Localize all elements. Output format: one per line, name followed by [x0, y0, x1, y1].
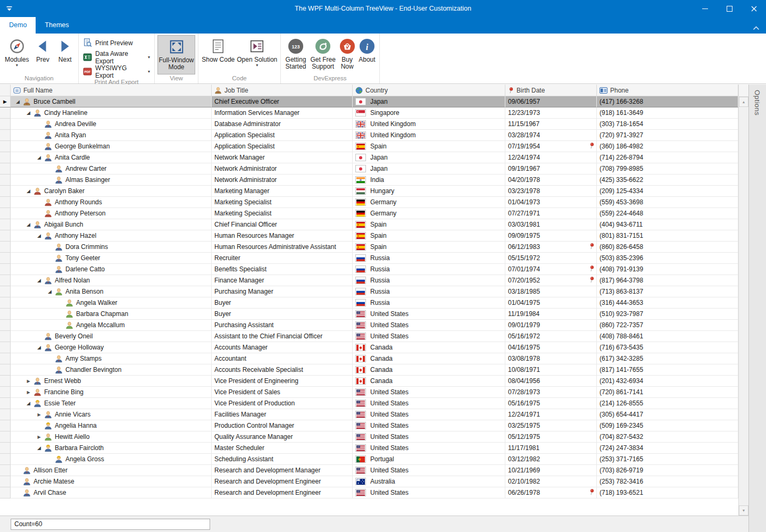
tree-row[interactable]: ▶ Francine BingVice President of SalesUn… — [0, 387, 738, 398]
collapse-node-glyph[interactable]: ◢ — [45, 289, 55, 294]
collapse-node-glyph[interactable]: ◢ — [23, 188, 34, 194]
job-title-cell: Assistant to the Chief Financial Officer — [212, 331, 353, 342]
country-cell: United States — [353, 420, 505, 431]
country-cell: India — [353, 174, 505, 186]
flag-icon — [355, 277, 366, 284]
expand-node-glyph[interactable]: ▶ — [23, 390, 34, 395]
tree-row[interactable]: Angela MccallumPurchasing AssistantUnite… — [0, 320, 738, 331]
tree-row[interactable]: Arvil ChaseResearch and Development Engi… — [0, 487, 738, 498]
collapse-node-glyph[interactable]: ◢ — [34, 278, 44, 283]
scroll-down-button[interactable]: ▼ — [739, 505, 748, 516]
tree-row[interactable]: ◢ George HollowayAccounts ManagerCanada0… — [0, 342, 738, 353]
person-blue-icon — [44, 332, 52, 340]
minimize-button[interactable] — [693, 0, 717, 17]
tree-row[interactable]: Angela WalkerBuyerRussia01/04/1975(316) … — [0, 297, 738, 309]
tree-row[interactable]: George BunkelmanApplication SpecialistSp… — [0, 141, 738, 152]
tree-row[interactable]: ◢ Barbara FairclothMaster SchedulerUnite… — [0, 443, 738, 454]
tree-row[interactable]: Anthony RoundsMarketing SpecialistGerman… — [0, 197, 738, 208]
country-cell: Canada — [353, 364, 505, 376]
phone-cell: (417) 166-3268 — [597, 96, 738, 107]
column-header-country[interactable]: Country — [353, 85, 505, 96]
country-cell: Australia — [353, 476, 505, 487]
tree-row[interactable]: ◢ Anthony HazelHuman Resources ManagerSp… — [0, 230, 738, 242]
data-aware-export-button[interactable]: Data Aware Export▾ — [81, 51, 152, 64]
prev-button[interactable]: Prev — [32, 35, 54, 74]
getting-started-button[interactable]: 123 Getting Started — [284, 35, 308, 74]
employee-name: Barbara Faircloth — [55, 444, 104, 452]
show-code-button[interactable]: Show Code — [201, 35, 236, 74]
employee-name: Anita Benson — [65, 288, 103, 295]
phone-cell: (201) 432-6934 — [597, 376, 738, 387]
open-solution-button[interactable]: Open Solution▾ — [237, 35, 278, 74]
tab-demo[interactable]: Demo — [0, 17, 36, 34]
tree-row[interactable]: ◢ Alfred NolanFinance ManagerRussia07/20… — [0, 275, 738, 286]
row-indicator-cell — [0, 387, 11, 398]
tree-row[interactable]: Almas BasingerNetwork AdministratorIndia… — [0, 174, 738, 186]
expand-node-glyph[interactable]: ▶ — [23, 379, 34, 384]
tree-row[interactable]: ◢ Anita BensonPurchasing ManagerRussia03… — [0, 286, 738, 297]
collapse-ribbon-chevron-icon[interactable] — [753, 23, 760, 32]
tree-row[interactable]: Barbara ChapmanBuyerUnited States11/19/1… — [0, 309, 738, 320]
tree-row[interactable]: ◢ Cindy HanelineInformation Services Man… — [0, 107, 738, 119]
tree-row[interactable]: Andrew CarterNetwork AdministratorJapan0… — [0, 163, 738, 174]
collapse-node-glyph[interactable]: ◢ — [23, 110, 34, 115]
column-header-job-title[interactable]: Job Title — [212, 85, 353, 96]
flag-icon — [355, 176, 366, 184]
tree-row[interactable]: ◢ Essie TeterVice President of Productio… — [0, 398, 738, 409]
tree-row[interactable]: Amy StampsAccountantCanada03/08/1978(617… — [0, 353, 738, 364]
full-window-mode-button[interactable]: Full-Window Mode — [157, 35, 195, 74]
tree-row[interactable]: Archie MateseResearch and Development En… — [0, 476, 738, 487]
tree-row[interactable]: ◢ Anita CardleNetwork ManagerJapan12/24/… — [0, 152, 738, 163]
collapse-node-glyph[interactable]: ◢ — [34, 445, 44, 451]
tree-row[interactable]: Dora CrimminsHuman Resources Administrat… — [0, 242, 738, 253]
job-title-cell: Purchasing Assistant — [212, 320, 353, 331]
collapse-node-glyph[interactable]: ◢ — [34, 155, 44, 160]
tree-row[interactable]: ▶◢ Bruce CambellChief Executive OfficerJ… — [0, 96, 738, 107]
expand-node-glyph[interactable]: ▶ — [34, 435, 44, 439]
collapse-node-glyph[interactable]: ◢ — [34, 345, 44, 350]
tree-row[interactable]: Chandler BevingtonAccounts Receivable Sp… — [0, 364, 738, 376]
tree-row[interactable]: ▶ Hewitt AielloQuality Assurance Manager… — [0, 431, 738, 443]
flag-icon — [355, 98, 366, 105]
wysiwyg-export-button[interactable]: PDF WYSIWYG Export▾ — [81, 65, 152, 78]
about-button[interactable]: i About — [357, 35, 377, 74]
collapse-node-glyph[interactable]: ◢ — [23, 401, 34, 406]
tree-row[interactable]: Darlene CattoBenefits SpecialistRussia07… — [0, 264, 738, 275]
get-free-support-button[interactable]: Get Free Support — [309, 35, 337, 74]
tree-row[interactable]: Beverly OneilAssistant to the Chief Fina… — [0, 331, 738, 342]
next-button[interactable]: Next — [54, 35, 76, 74]
vertical-scrollbar[interactable]: ▲ ▼ — [738, 85, 748, 516]
column-header-birth-date[interactable]: Birth Date — [505, 85, 597, 96]
country-cell: Germany — [353, 197, 505, 208]
tree-row[interactable]: ◢ Abigail BunchChief Financial OfficerSp… — [0, 219, 738, 230]
buy-now-icon — [339, 36, 355, 56]
prev-icon — [36, 36, 49, 56]
print-preview-button[interactable]: Print Preview — [81, 36, 152, 49]
tree-row[interactable]: Anita RyanApplication SpecialistUnited K… — [0, 130, 738, 141]
buy-now-button[interactable]: Buy Now — [338, 35, 356, 74]
tree-row[interactable]: Andrea DevilleDatabase AdministratorUnit… — [0, 119, 738, 130]
tree-row[interactable]: Anthony PetersonMarketing SpecialistGerm… — [0, 208, 738, 219]
collapse-node-glyph[interactable]: ◢ — [34, 233, 44, 238]
maximize-button[interactable] — [717, 0, 742, 17]
tree-row[interactable]: ▶ Annie VicarsFacilities ManagerUnited S… — [0, 409, 738, 420]
tree-row[interactable]: Angelia HannaProduction Control ManagerU… — [0, 420, 738, 431]
tree-row[interactable]: Allison EtterResearch and Development Ma… — [0, 465, 738, 476]
column-header-phone[interactable]: Phone — [597, 85, 738, 96]
get-free-support-icon — [315, 36, 331, 56]
collapse-node-glyph[interactable]: ◢ — [23, 222, 34, 227]
options-panel-tab[interactable]: Options — [748, 85, 766, 532]
modules-button[interactable]: Modules▾ — [3, 35, 31, 74]
tree-row[interactable]: Angela GrossScheduling AssistantPortugal… — [0, 454, 738, 465]
tree-row[interactable]: ◢ Carolyn BakerMarketing ManagerHungary0… — [0, 186, 738, 197]
scroll-up-button[interactable]: ▲ — [739, 97, 748, 107]
tree-row[interactable]: ▶ Ernest WebbVice President of Engineeri… — [0, 376, 738, 387]
flag-icon — [355, 210, 366, 217]
close-button[interactable] — [742, 0, 766, 17]
tree-row[interactable]: Tony GeeterRecruiterRussia05/15/1972(503… — [0, 253, 738, 264]
expand-node-glyph[interactable]: ▶ — [34, 412, 44, 417]
column-header-full-name[interactable]: Full Name — [11, 85, 212, 96]
person-red-icon — [34, 388, 41, 396]
collapse-node-glyph[interactable]: ◢ — [13, 99, 23, 104]
tab-themes[interactable]: Themes — [36, 17, 78, 34]
